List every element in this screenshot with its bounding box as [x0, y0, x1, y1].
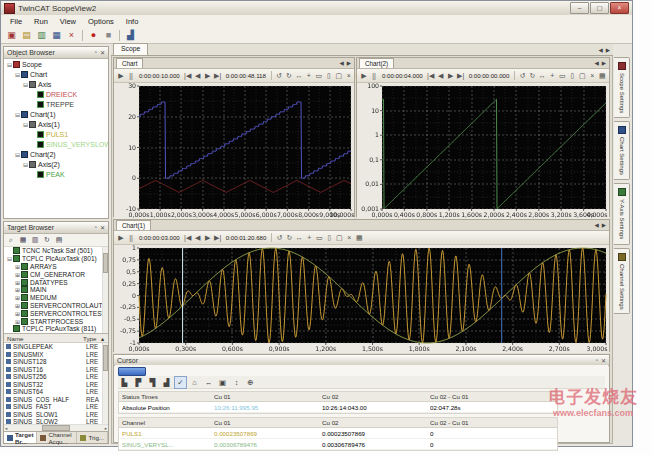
- pan-free-icon[interactable]: +: [547, 70, 557, 82]
- tab-scroll-left-icon[interactable]: ◀: [595, 60, 599, 66]
- titlebar[interactable]: TwinCAT ScopeView2 –▢×: [1, 1, 632, 15]
- tree-item[interactable]: DREIECK: [4, 89, 108, 99]
- enable-cursor-icon[interactable]: ✓: [174, 376, 187, 389]
- pan-free-icon[interactable]: +: [304, 232, 314, 244]
- zoom-x-icon[interactable]: ▭: [557, 70, 567, 82]
- tree-item[interactable]: SINUS_VERYSLOW: [4, 139, 108, 149]
- tab-scroll-left-icon[interactable]: ◀: [595, 222, 599, 228]
- tree-item[interactable]: PEAK: [4, 169, 108, 179]
- redo-zoom-icon[interactable]: ↻: [284, 232, 294, 244]
- tree-item[interactable]: ⊟Chart(2): [4, 149, 108, 159]
- tab-scroll-right-icon[interactable]: ▶: [602, 60, 606, 66]
- menu-view[interactable]: View: [54, 17, 82, 26]
- tree-item[interactable]: ⊞DATATYPES: [4, 278, 108, 286]
- go-end-icon[interactable]: ▶|: [213, 70, 223, 82]
- expander-icon[interactable]: ⊞: [14, 271, 21, 278]
- step-back-icon[interactable]: ◀: [193, 232, 203, 244]
- refresh-targets-icon[interactable]: ↻: [42, 235, 52, 245]
- snap-mode-icon[interactable]: ▣: [216, 376, 229, 389]
- pan-x-icon[interactable]: ↔: [294, 232, 304, 244]
- tab-scroll-right-icon[interactable]: ▶: [606, 47, 610, 53]
- expander-icon[interactable]: ⊞: [14, 318, 21, 325]
- zoom-y-icon[interactable]: ▯: [324, 70, 334, 82]
- right-tab-chart-settings[interactable]: Chart Settings: [614, 121, 630, 180]
- expander-icon[interactable]: ⊟: [14, 71, 21, 78]
- table-row[interactable]: Absolute Position 10:26:11:995.95 10:26:…: [119, 402, 557, 413]
- variable-row[interactable]: SINUS_FASTLRE: [4, 403, 108, 411]
- tab-trig-[interactable]: Trig...: [77, 432, 108, 443]
- expander-icon[interactable]: ⊞: [14, 286, 21, 293]
- save-icon[interactable]: ▦: [50, 29, 63, 42]
- variable-row[interactable]: SINUSMIXLRE: [4, 351, 108, 359]
- expander-icon[interactable]: ⊞: [14, 310, 21, 317]
- tree-item[interactable]: ⊟Axis(2): [4, 159, 108, 169]
- stop-record-icon[interactable]: ■: [102, 29, 115, 42]
- channel-cursor-row[interactable]: PULS10.000235078690.000235078690: [119, 428, 557, 439]
- tree-item[interactable]: ⊞ARRAYS: [4, 263, 108, 271]
- menu-run[interactable]: Run: [28, 17, 54, 26]
- tab-scroll-left-icon[interactable]: ◀: [340, 60, 344, 66]
- tree-item[interactable]: ⊟Chart(1): [4, 109, 108, 119]
- close-icon[interactable]: ✕: [100, 224, 105, 231]
- redo-zoom-icon[interactable]: ↻: [284, 70, 294, 82]
- step-forward-icon[interactable]: ▶: [203, 70, 213, 82]
- variable-row[interactable]: SINUS_SLOW2LRE: [4, 418, 108, 424]
- tree-item[interactable]: TREPPE: [4, 99, 108, 109]
- maximize-button[interactable]: ▢: [590, 2, 609, 14]
- step-forward-icon[interactable]: ▶: [203, 232, 213, 244]
- expander-icon[interactable]: ⊟: [22, 121, 29, 128]
- stop-icon[interactable]: ||: [126, 232, 136, 244]
- clear-zoom-icon[interactable]: ×: [587, 70, 597, 82]
- menu-info[interactable]: Info: [120, 17, 145, 26]
- menu-options[interactable]: Options: [82, 17, 120, 26]
- clear-zoom-icon[interactable]: ×: [344, 70, 354, 82]
- expander-icon[interactable]: ⊞: [14, 294, 21, 301]
- right-tab-y-axis-settings[interactable]: Y-Axis Settings: [614, 183, 630, 244]
- tab-scroll-right-icon[interactable]: ▶: [347, 60, 351, 66]
- tab-scroll-left-icon[interactable]: ◀: [599, 47, 603, 53]
- go-start-icon[interactable]: |◀: [183, 232, 193, 244]
- channel-cursor-row[interactable]: SINUS_VERYSL...0.003067894760.0030678947…: [119, 439, 557, 450]
- zoom-window-icon[interactable]: ▢: [334, 70, 344, 82]
- right-tab-channel-settings[interactable]: Channel Settings: [614, 248, 630, 315]
- expander-icon[interactable]: ⊟: [14, 151, 21, 158]
- export-image-icon[interactable]: ▦: [354, 232, 364, 244]
- expander-icon[interactable]: ⊞: [14, 263, 21, 270]
- pin-icon[interactable]: ▫: [95, 224, 97, 231]
- export-image-icon[interactable]: ▦: [597, 70, 607, 82]
- tab-chart2[interactable]: Chart(2): [359, 58, 394, 68]
- menu-file[interactable]: File: [4, 17, 28, 26]
- pin-icon[interactable]: ▫: [596, 357, 598, 364]
- expander-icon[interactable]: ⊟: [22, 81, 29, 88]
- undo-zoom-icon[interactable]: ↺: [274, 70, 284, 82]
- add-chart-icon[interactable]: ▥: [35, 29, 48, 42]
- variable-row[interactable]: SINUST256LRE: [4, 373, 108, 381]
- chart-plot[interactable]: [357, 83, 609, 219]
- step-back-icon[interactable]: ◀: [436, 70, 446, 82]
- pin-icon[interactable]: ▫: [95, 49, 97, 56]
- go-start-icon[interactable]: |◀: [426, 70, 436, 82]
- expander-icon[interactable]: ⊟: [22, 161, 29, 168]
- add-cursor-icon[interactable]: ⊕: [244, 376, 257, 389]
- undo-zoom-icon[interactable]: ↺: [517, 70, 527, 82]
- chart-plot[interactable]: [114, 83, 354, 219]
- play-icon[interactable]: ▶: [359, 70, 369, 82]
- zoom-y-icon[interactable]: ▯: [567, 70, 577, 82]
- close-button[interactable]: ×: [610, 2, 629, 14]
- zoom-y-icon[interactable]: ▯: [324, 232, 334, 244]
- step-back-icon[interactable]: ◀: [193, 70, 203, 82]
- home-cursor-icon[interactable]: ⌂: [188, 376, 201, 389]
- swap-cursor-icon[interactable]: ↔: [202, 376, 215, 389]
- close-icon[interactable]: ✕: [100, 49, 105, 56]
- variable-row[interactable]: SINUS_COS_HALFREA: [4, 396, 108, 404]
- column-type[interactable]: Type: [83, 335, 101, 342]
- delete-icon[interactable]: ×: [65, 29, 78, 42]
- go-end-icon[interactable]: ▶|: [456, 70, 466, 82]
- zoom-window-icon[interactable]: ▢: [334, 232, 344, 244]
- variable-row[interactable]: SINUST64LRE: [4, 388, 108, 396]
- tree-item[interactable]: ⊞SERVERCONTROLTEST: [4, 309, 108, 317]
- tree-item[interactable]: ⊞MEDIUM: [4, 294, 108, 302]
- new-scope-icon[interactable]: ▣: [5, 29, 18, 42]
- display-chart-icon[interactable]: ▟: [124, 29, 137, 42]
- scrollbar[interactable]: [102, 247, 108, 333]
